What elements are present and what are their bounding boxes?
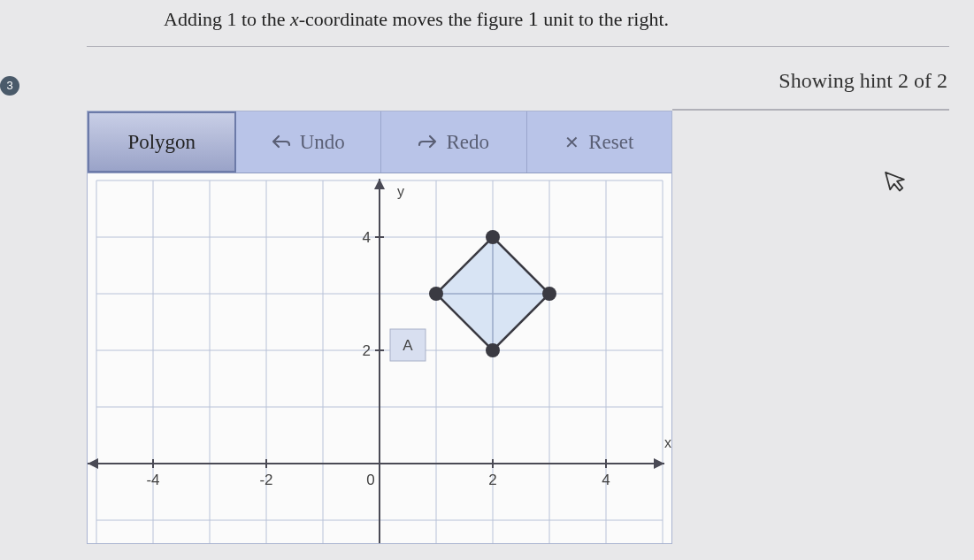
undo-icon: [272, 131, 291, 154]
vertex[interactable]: [542, 287, 556, 301]
x-tick: 2: [488, 472, 496, 488]
coordinate-grid: y x -4 -2 0 2 4 2 4: [88, 173, 671, 543]
hint-middle: -coordinate moves the figure: [299, 8, 528, 30]
x-axis-arrow-left: [88, 458, 98, 469]
redo-icon: [418, 131, 437, 154]
panel-top-divider: [672, 109, 949, 111]
vertex[interactable]: [486, 230, 500, 244]
y-tick: 4: [363, 229, 371, 246]
vertex[interactable]: [429, 287, 443, 301]
hint-text: Adding 1 to the x-coordinate moves the f…: [164, 7, 669, 31]
graph-area[interactable]: y x -4 -2 0 2 4 2 4: [88, 173, 671, 543]
step-badge: 3: [0, 76, 19, 96]
x-tick: -4: [146, 472, 159, 488]
hint-xvar: x: [290, 8, 299, 30]
hint-prefix: Adding 1 to the: [164, 8, 290, 30]
hint-suffix: unit to the right.: [539, 8, 669, 30]
redo-label: Redo: [446, 131, 489, 154]
redo-button[interactable]: Redo: [381, 111, 527, 173]
y-tick: 2: [363, 342, 371, 359]
x-tick: 0: [366, 472, 374, 488]
x-tick: -2: [259, 472, 272, 488]
undo-button[interactable]: Undo: [236, 111, 382, 173]
hint-status: Showing hint 2 of 2: [778, 69, 947, 93]
x-tick: 4: [602, 472, 610, 488]
reset-button[interactable]: ✕ Reset: [527, 111, 672, 173]
hint-num: 1: [528, 7, 539, 30]
shape-label: A: [403, 337, 413, 354]
close-icon: ✕: [564, 132, 579, 153]
y-axis-label: y: [397, 184, 404, 199]
graph-panel: Polygon Undo Redo ✕ Reset: [87, 111, 672, 544]
reset-label: Reset: [588, 131, 633, 154]
vertex[interactable]: [486, 343, 500, 357]
x-axis-label: x: [664, 435, 671, 450]
cursor-icon: [883, 166, 912, 203]
polygon-label: Polygon: [127, 131, 196, 154]
polygon-button[interactable]: Polygon: [88, 111, 236, 173]
undo-label: Undo: [300, 131, 345, 154]
hint-divider: [87, 46, 949, 47]
toolbar: Polygon Undo Redo ✕ Reset: [88, 111, 671, 173]
